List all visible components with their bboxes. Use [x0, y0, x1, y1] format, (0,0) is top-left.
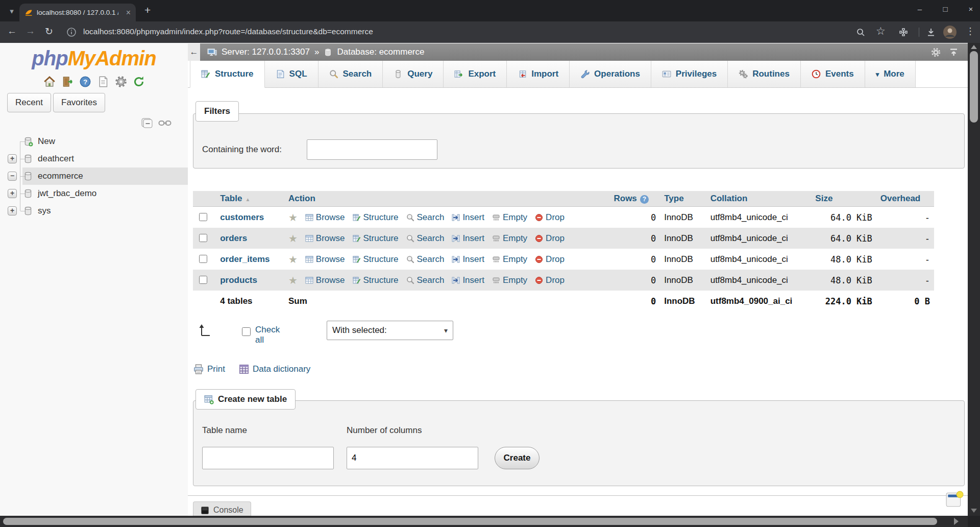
favorite-star-icon[interactable]: ★	[288, 232, 298, 245]
table-name-link[interactable]: customers	[220, 212, 264, 222]
drop-link[interactable]: Drop	[535, 275, 565, 285]
tree-label[interactable]: deathcert	[38, 150, 74, 167]
browse-link[interactable]: Browse	[305, 233, 345, 244]
tab-routines[interactable]: Routines	[728, 61, 801, 87]
expand-icon[interactable]: +	[8, 154, 17, 163]
row-checkbox[interactable]	[199, 213, 207, 221]
logout-door-icon[interactable]	[61, 76, 74, 88]
window-maximize-button[interactable]: □	[935, 2, 955, 16]
tab-import[interactable]: Import	[507, 61, 570, 87]
back-button[interactable]: ←	[7, 26, 17, 37]
structure-link[interactable]: Structure	[353, 233, 399, 244]
structure-link[interactable]: Structure	[353, 212, 399, 223]
search-link[interactable]: Search	[406, 254, 445, 265]
drop-link[interactable]: Drop	[535, 254, 565, 265]
create-button[interactable]: Create	[495, 447, 540, 469]
bookmark-star-icon[interactable]: ☆	[876, 25, 886, 37]
collapse-top-icon[interactable]	[949, 47, 959, 57]
vertical-scrollbar-thumb[interactable]	[970, 51, 978, 123]
tree-item-ecommerce[interactable]: − ecommerce	[0, 167, 188, 185]
col-overhead[interactable]: Overhead	[876, 191, 934, 207]
insert-link[interactable]: Insert	[452, 275, 484, 285]
col-collation[interactable]: Collation	[706, 191, 812, 207]
page-settings-window-icon[interactable]	[945, 490, 964, 509]
tab-search-chevron-icon[interactable]: ▾	[5, 5, 18, 18]
browser-menu-kebab-icon[interactable]: ⋮	[966, 26, 975, 37]
tree-item-sys[interactable]: + sys	[0, 202, 188, 220]
collapse-sidebar-arrow[interactable]: ←	[188, 43, 200, 61]
table-name-link[interactable]: products	[220, 275, 257, 285]
zoom-indicator-icon[interactable]	[855, 27, 866, 37]
url-field[interactable]: localhost:8080/phpmyadmin/index.php?rout…	[83, 27, 373, 36]
empty-link[interactable]: Empty	[492, 212, 527, 223]
home-icon[interactable]	[43, 76, 56, 88]
table-name-link[interactable]: orders	[220, 233, 247, 243]
tab-operations[interactable]: Operations	[570, 61, 651, 87]
scroll-down-arrow[interactable]	[971, 509, 977, 513]
tab-search[interactable]: Search	[318, 61, 383, 87]
insert-link[interactable]: Insert	[452, 233, 484, 244]
structure-link[interactable]: Structure	[353, 275, 399, 285]
tab-sql[interactable]: SQL	[265, 61, 318, 87]
empty-link[interactable]: Empty	[492, 275, 527, 285]
profile-avatar[interactable]	[943, 26, 957, 39]
search-link[interactable]: Search	[406, 233, 445, 244]
settings-gear-icon[interactable]	[115, 76, 127, 88]
col-rows[interactable]: Rows?	[609, 191, 660, 207]
col-type[interactable]: Type	[660, 191, 706, 207]
tab-query[interactable]: Query	[383, 61, 444, 87]
rows-help-icon[interactable]: ?	[640, 195, 649, 204]
favorite-star-icon[interactable]: ★	[288, 211, 298, 224]
site-info-icon[interactable]	[66, 27, 77, 37]
search-link[interactable]: Search	[406, 212, 445, 223]
forward-button[interactable]: →	[26, 26, 35, 37]
drop-link[interactable]: Drop	[535, 233, 565, 244]
search-link[interactable]: Search	[406, 275, 445, 285]
tree-item-jwt-rbac-demo[interactable]: + jwt_rbac_demo	[0, 185, 188, 202]
row-checkbox[interactable]	[199, 276, 207, 284]
vertical-scrollbar[interactable]	[968, 43, 980, 516]
expand-icon[interactable]: +	[8, 206, 17, 215]
help-icon[interactable]: ?	[79, 76, 91, 88]
favorite-star-icon[interactable]: ★	[288, 274, 298, 286]
browser-tab[interactable]: localhost:8080 / 127.0.0.1 / eco ×	[19, 4, 136, 21]
horizontal-scrollbar[interactable]	[0, 516, 968, 527]
tree-label[interactable]: New	[38, 133, 55, 150]
col-table[interactable]: Table▲	[216, 191, 284, 207]
window-minimize-button[interactable]: –	[910, 2, 930, 16]
drop-link[interactable]: Drop	[535, 212, 565, 223]
table-name-input[interactable]	[202, 447, 334, 469]
browse-link[interactable]: Browse	[305, 212, 345, 223]
scroll-right-arrow[interactable]	[954, 518, 959, 525]
extensions-puzzle-icon[interactable]	[898, 27, 909, 37]
favorite-star-icon[interactable]: ★	[288, 253, 298, 266]
tree-label[interactable]: ecommerce	[38, 167, 83, 185]
window-close-button[interactable]: ×	[961, 2, 980, 16]
columns-count-input[interactable]	[347, 447, 478, 469]
structure-link[interactable]: Structure	[353, 254, 399, 265]
tab-export[interactable]: Export	[444, 61, 507, 87]
row-checkbox[interactable]	[199, 234, 207, 242]
collapse-all-icon[interactable]	[141, 117, 154, 129]
favorites-button[interactable]: Favorites	[53, 93, 105, 112]
documentation-icon[interactable]	[97, 76, 109, 88]
table-name-link[interactable]: order_items	[220, 254, 270, 264]
check-all-checkbox[interactable]	[242, 327, 251, 336]
tree-item-new-database[interactable]: New	[0, 133, 188, 150]
col-size[interactable]: Size	[811, 191, 876, 207]
breadcrumb-server-link[interactable]: Server: 127.0.0.1:3307	[222, 47, 310, 57]
tab-more[interactable]: ▾ More	[865, 61, 916, 87]
tab-structure[interactable]: Structure	[190, 61, 265, 88]
expand-icon[interactable]: +	[8, 189, 17, 198]
refresh-icon[interactable]	[133, 76, 145, 88]
reload-button[interactable]: ↻	[45, 26, 53, 37]
check-all-link[interactable]: Check all	[255, 325, 280, 345]
recent-button[interactable]: Recent	[7, 93, 51, 112]
browse-link[interactable]: Browse	[305, 254, 345, 265]
containing-word-input[interactable]	[307, 139, 437, 160]
link-with-main-panel-icon[interactable]	[158, 119, 172, 127]
collapse-icon[interactable]: −	[8, 172, 17, 181]
insert-link[interactable]: Insert	[452, 254, 484, 265]
with-selected-dropdown[interactable]: With selected: ▾	[327, 321, 453, 340]
tree-label[interactable]: sys	[38, 202, 51, 220]
